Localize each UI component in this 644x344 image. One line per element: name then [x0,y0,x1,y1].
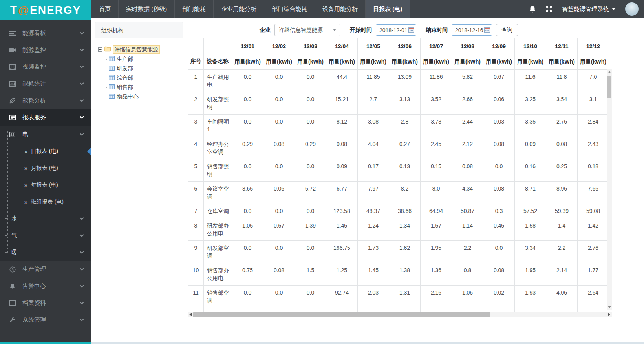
nav-tab[interactable]: 首页 [91,0,119,18]
org-tree-panel: 组织机构 许继信息智慧能源生产部研发部综合部销售部物品中心 [95,22,183,329]
sidebar-item[interactable]: 班组报表 (电) [0,193,91,210]
sidebar-item-label: 视频监控 [22,63,46,71]
sidebar-item-label: 能耗统计 [22,80,46,87]
table-row: 2研发部照明0.00.00.015.212.73.133.522.660.063… [188,92,607,115]
tree-node[interactable]: 销售部 [108,83,180,92]
notification-bell-icon[interactable] [529,5,536,13]
system-title-label: 智慧能源管理系统 [562,5,609,13]
nav-tab[interactable]: 部门能耗 [175,0,214,18]
usage-value-cell: 0.0 [295,204,326,218]
company-select[interactable]: 许继信息智慧能源 [274,24,340,36]
sidebar-item-label: 年报表 (电) [31,182,58,189]
nav-tab[interactable]: 设备用能分析 [315,0,366,18]
scroll-down-arrow[interactable] [608,306,611,308]
usage-value-cell: 0.0 [295,159,326,182]
usage-value-cell: 6.72 [295,182,326,204]
query-button[interactable]: 查询 [496,24,518,36]
sidebar-item[interactable]: 气 [0,227,91,244]
nav-tab[interactable]: 部门综合能耗 [264,0,315,18]
sidebar-item[interactable]: 日报表 (电) [0,143,91,160]
sidebar-item[interactable]: 能源监控 [0,42,91,58]
usage-value-cell: 0.8 [452,263,483,286]
sidebar-item[interactable]: 月报表 (电) [0,160,91,177]
device-name-cell: 销售部空调 [204,286,232,308]
logo-text: ENERGY [30,4,81,16]
tree-root-label[interactable]: 许继信息智慧能源 [113,45,160,54]
usage-value-cell: 2.03 [358,286,389,308]
col-header-usage: 用量(kWh) [546,54,578,70]
tree-node[interactable]: 生产部 [108,55,180,64]
usage-value-cell: 1.73 [358,241,389,263]
tree-root-node[interactable]: 许继信息智慧能源 [98,44,180,55]
col-header-date: 12/08 [452,38,483,54]
row-index-cell: 4 [188,137,204,159]
col-header-date: 12/02 [263,38,295,54]
sidebar-item-label: 能源看板 [22,29,46,37]
scroll-left-arrow[interactable] [189,313,192,316]
sidebar-item[interactable]: 生产管理 [0,261,91,278]
vertical-scrollbar[interactable] [607,69,612,310]
usage-value-cell: 0.0 [263,70,295,92]
calendar-icon[interactable] [408,27,414,34]
col-header-usage: 用量(kWh) [389,54,421,70]
usage-value-cell: 1.62 [389,241,421,263]
sidebar-item[interactable]: 告警中心 [0,278,91,295]
usage-value-cell: 3.65 [232,182,263,204]
sidebar-item[interactable]: 年报表 (电) [0,177,91,193]
row-index-cell: 9 [188,241,204,263]
usage-value-cell: 0.0 [263,115,295,137]
usage-value-cell: 0.18 [578,159,607,182]
chevron-down-icon [80,82,84,85]
start-date-label: 开始时间 [350,27,372,34]
device-name-cell: 总进线开 [204,308,232,312]
horizontal-scroll-thumb[interactable] [193,312,490,317]
usage-value-cell: 0.0 [263,241,295,263]
scroll-right-arrow[interactable] [608,313,610,316]
sidebar-item[interactable]: 报表服务 [0,109,91,126]
sidebar-item[interactable]: 能耗统计 [0,75,91,92]
sidebar-item[interactable]: 电 [0,126,91,143]
sidebar-item[interactable]: 档案资料 [0,295,91,311]
tree-node[interactable]: 研发部 [108,64,180,73]
nav-tab[interactable]: 日报表 (电) [366,0,410,18]
user-avatar[interactable] [625,2,639,16]
usage-value-cell: 1.95 [515,263,546,286]
tree-node[interactable]: 综合部 [108,73,180,83]
sidebar-item[interactable]: 能耗分析 [0,92,91,109]
usage-value-cell: 2.8 [389,115,421,137]
tree-collapse-toggle[interactable] [98,47,102,52]
sidebar-item[interactable]: 系统管理 [0,311,91,328]
nav-tab[interactable]: 企业用能分析 [214,0,264,18]
usage-value-cell: 2.14 [546,263,578,286]
sidebar-item[interactable]: 水 [0,210,91,227]
vertical-scroll-thumb[interactable] [607,76,611,98]
sidebar-item[interactable]: 视频监控 [0,58,91,75]
usage-value-cell: 0.29 [295,137,326,159]
usage-value-cell: 1.36 [421,263,452,286]
col-header-date: 12/07 [421,38,452,54]
usage-value-cell: 57.52 [515,204,546,218]
usage-value-cell: 59.08 [578,204,607,218]
tree-node[interactable]: 物品中心 [108,92,180,102]
scroll-up-arrow[interactable] [608,71,611,73]
col-header-index: 序号 [188,38,204,70]
sidebar-item[interactable]: 暖 [0,244,91,261]
usage-value-cell: 44.4 [326,70,358,92]
nav-tab[interactable]: 实时数据 (秒级) [119,0,175,18]
camera-icon [9,47,17,53]
device-name-cell: 研发部空调 [204,241,232,263]
calendar-icon[interactable] [484,27,490,34]
usage-value-cell: 176.2 [232,308,263,312]
usage-value-cell: 0.67 [263,218,295,241]
fullscreen-icon[interactable] [545,5,553,13]
sidebar-item[interactable]: 能源看板 [0,25,91,42]
usage-value-cell: 1.14 [452,218,483,241]
usage-value-cell: 7.66 [578,182,607,204]
usage-value-cell: 0.67 [483,70,515,92]
sidebar-item-label: 水 [11,215,17,222]
horizontal-scrollbar[interactable] [188,312,612,317]
row-index-cell: 11 [188,286,204,308]
usage-value-cell: 11.8 [546,70,578,92]
top-navigation-bar: 首页实时数据 (秒级)部门能耗企业用能分析部门综合能耗设备用能分析日报表 (电)… [0,0,644,18]
system-title-menu[interactable]: 智慧能源管理系统 [562,5,616,13]
